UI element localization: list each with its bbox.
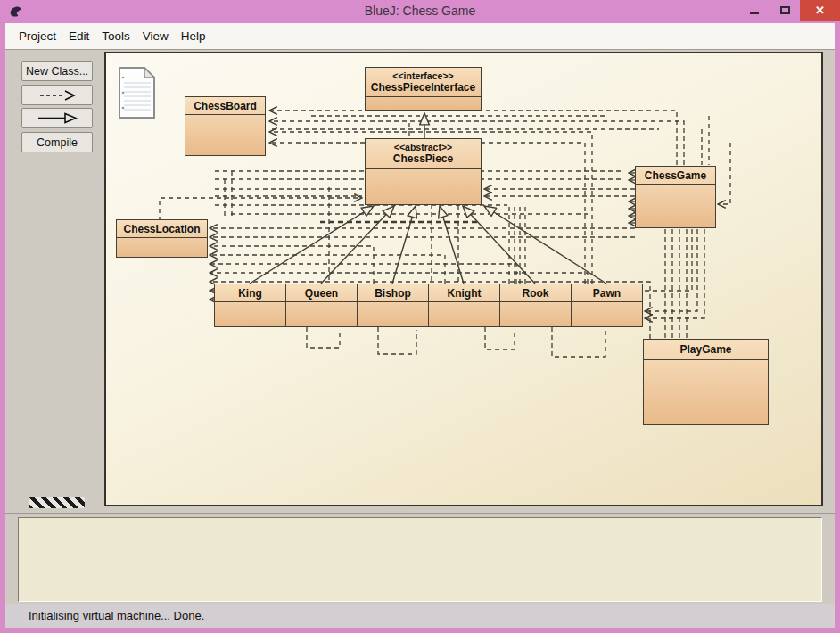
- stereotype-abstract: <<abstract>>: [367, 142, 479, 153]
- class-name-label: Knight: [429, 284, 499, 302]
- class-king[interactable]: King: [214, 284, 286, 327]
- menu-help[interactable]: Help: [175, 26, 212, 46]
- class-rook[interactable]: Rook: [499, 284, 572, 327]
- menu-project[interactable]: Project: [12, 26, 62, 46]
- compile-button[interactable]: Compile: [21, 132, 93, 152]
- menubar: Project Edit Tools View Help: [5, 23, 835, 50]
- class-name-label: ChessLocation: [117, 220, 207, 238]
- main-area: New Class... Compile: [5, 50, 835, 628]
- divider: [5, 513, 835, 514]
- menu-edit[interactable]: Edit: [62, 26, 95, 46]
- class-chessboard[interactable]: ChessBoard: [185, 96, 266, 156]
- progress-stripes: [29, 497, 85, 508]
- window-controls: ✕: [739, 0, 840, 21]
- readme-note-icon[interactable]: [117, 65, 157, 120]
- class-name-label: Queen: [286, 284, 357, 302]
- class-chesspieceinterface[interactable]: <<interface>> ChessPieceInterface: [365, 67, 482, 111]
- message-output-area: [18, 517, 822, 602]
- stereotype-interface: <<interface>>: [367, 70, 479, 82]
- class-name-label: Rook: [500, 284, 571, 302]
- inheritance-arrow-icon: [37, 112, 78, 124]
- inheritance-arrow-button[interactable]: [21, 108, 93, 128]
- class-bishop[interactable]: Bishop: [357, 284, 429, 327]
- minimize-button[interactable]: [739, 0, 770, 21]
- class-name-label: ChessGame: [636, 167, 715, 185]
- titlebar: BlueJ: Chess Game ✕: [0, 0, 840, 23]
- uses-arrow-icon: [38, 90, 76, 101]
- class-knight[interactable]: Knight: [428, 284, 500, 327]
- new-class-button[interactable]: New Class...: [21, 61, 93, 81]
- class-chessgame[interactable]: ChessGame: [635, 166, 716, 228]
- maximize-button[interactable]: [770, 0, 800, 21]
- class-name-label: Bishop: [358, 284, 428, 302]
- bluej-window: BlueJ: Chess Game ✕ Project Edit Tools V…: [0, 0, 840, 633]
- class-chesslocation[interactable]: ChessLocation: [116, 219, 208, 258]
- maximize-icon: [780, 6, 790, 14]
- class-playgame[interactable]: PlayGame: [643, 339, 769, 425]
- class-queen[interactable]: Queen: [285, 284, 358, 327]
- uses-arrow-button[interactable]: [21, 85, 93, 105]
- class-diagram-canvas[interactable]: <<interface>> ChessPieceInterface ChessB…: [104, 52, 823, 506]
- close-icon: ✕: [815, 4, 825, 17]
- class-name-label: Pawn: [572, 284, 642, 302]
- window-title: BlueJ: Chess Game: [0, 4, 840, 18]
- class-name-label: ChessPiece: [393, 152, 453, 165]
- menu-tools[interactable]: Tools: [95, 26, 136, 46]
- class-name-label: King: [215, 284, 285, 302]
- class-chesspiece[interactable]: <<abstract>> ChessPiece: [365, 138, 482, 205]
- class-name-label: PlayGame: [644, 340, 768, 360]
- class-pawn[interactable]: Pawn: [571, 284, 643, 327]
- menu-view[interactable]: View: [136, 26, 175, 46]
- class-name-label: ChessBoard: [185, 97, 265, 115]
- minimize-icon: [750, 12, 759, 14]
- status-message: Initialising virtual machine... Done.: [29, 609, 204, 622]
- class-name-label: ChessPieceInterface: [371, 81, 475, 94]
- close-button[interactable]: ✕: [800, 0, 840, 21]
